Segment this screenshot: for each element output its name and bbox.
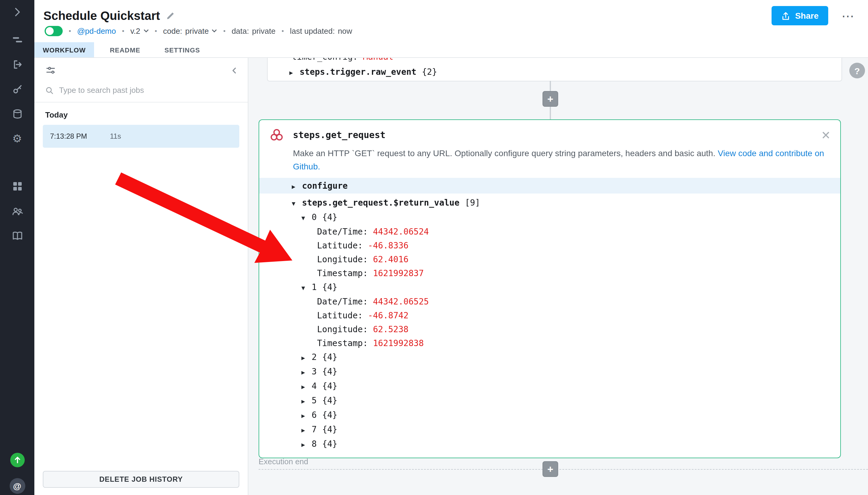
configure-section-row[interactable]: ▶configure bbox=[259, 178, 840, 193]
result-tree: ▼steps.get_request.$return_value[9] ▼0{4… bbox=[269, 196, 831, 451]
triangle-right-icon: ▶ bbox=[301, 365, 312, 379]
tree-item-2[interactable]: ▶2{4} bbox=[292, 350, 831, 365]
database-icon[interactable] bbox=[11, 108, 23, 120]
separator-dot: • bbox=[281, 27, 284, 34]
delete-job-history-button[interactable]: DELETE JOB HISTORY bbox=[43, 471, 239, 488]
main-column: Schedule Quickstart Share ⋯ • @pd-demo • bbox=[34, 0, 868, 495]
help-button[interactable]: ? bbox=[849, 63, 865, 79]
account-link[interactable]: @pd-demo bbox=[77, 26, 116, 35]
field-row: Latitude: -46.8742 bbox=[292, 309, 831, 323]
job-search-row bbox=[34, 82, 248, 102]
tab-workflow[interactable]: WORKFLOW bbox=[34, 42, 94, 57]
field-row: Longitude: 62.4016 bbox=[292, 253, 831, 267]
tab-readme[interactable]: README bbox=[101, 42, 149, 57]
settings-gear-icon[interactable]: ⚙ bbox=[11, 133, 23, 145]
changelog-up-icon[interactable] bbox=[10, 453, 24, 467]
job-time: 7:13:28 PM bbox=[50, 132, 87, 140]
job-duration: 11s bbox=[110, 132, 121, 140]
tree-item-4[interactable]: ▶4{4} bbox=[292, 379, 831, 394]
chevron-right-icon[interactable] bbox=[11, 6, 23, 18]
tree-item-5[interactable]: ▶5{4} bbox=[292, 394, 831, 408]
edit-title-button[interactable] bbox=[166, 11, 176, 20]
field-row: Timestamp: 1621992838 bbox=[292, 337, 831, 350]
run-export-icon[interactable] bbox=[11, 58, 23, 70]
jobs-section-label: Today bbox=[34, 102, 248, 125]
code-visibility-selector[interactable]: code: private bbox=[163, 26, 217, 35]
result-tree-items: ▼0{4}Date/Time: 44342.06524Latitude: -46… bbox=[292, 210, 831, 451]
separator-dot: • bbox=[122, 27, 124, 34]
triangle-right-icon: ▶ bbox=[301, 438, 312, 451]
separator-dot: • bbox=[155, 27, 157, 34]
data-visibility-label: data: private bbox=[231, 26, 276, 35]
tab-settings[interactable]: SETTINGS bbox=[156, 42, 209, 57]
deploy-toggle[interactable] bbox=[45, 25, 63, 36]
triangle-right-icon: ▶ bbox=[301, 423, 312, 437]
step-title: steps.get_request bbox=[293, 130, 821, 140]
community-icon[interactable] bbox=[11, 205, 23, 217]
step-description: Make an HTTP `GET` request to any URL. O… bbox=[293, 147, 831, 173]
pipedream-step-icon bbox=[269, 127, 284, 143]
last-updated-label: last updated: now bbox=[290, 26, 352, 35]
tree-item-6[interactable]: ▶6{4} bbox=[292, 408, 831, 423]
share-icon bbox=[781, 11, 790, 20]
chevron-down-icon bbox=[143, 29, 149, 33]
trigger-step-card: timer_config: Manual ▶steps.trigger.raw_… bbox=[267, 58, 842, 81]
tab-bar: WORKFLOW README SETTINGS bbox=[34, 42, 868, 58]
filter-jobs-icon[interactable] bbox=[45, 65, 56, 76]
tree-item-3[interactable]: ▶3{4} bbox=[292, 365, 831, 379]
jobs-panel: Today 7:13:28 PM 11s DELETE JOB HISTORY bbox=[34, 58, 248, 495]
collapse-panel-icon[interactable] bbox=[231, 67, 238, 74]
execution-end-divider bbox=[259, 469, 868, 470]
add-step-button-end[interactable]: + bbox=[542, 461, 558, 477]
field-row: Date/Time: 44342.06524 bbox=[292, 225, 831, 239]
return-value-row[interactable]: ▼steps.get_request.$return_value[9] bbox=[292, 196, 831, 210]
field-row: Latitude: -46.8336 bbox=[292, 239, 831, 253]
separator-dot: • bbox=[69, 27, 71, 34]
triangle-right-icon: ▶ bbox=[301, 380, 312, 394]
docs-book-icon[interactable] bbox=[11, 230, 23, 242]
tree-item-0[interactable]: ▼0{4} bbox=[292, 210, 831, 225]
field-row: Date/Time: 44342.06525 bbox=[292, 295, 831, 309]
separator-dot: • bbox=[223, 27, 226, 34]
account-at-icon[interactable]: @ bbox=[9, 478, 25, 494]
workflow-canvas: timer_config: Manual ▶steps.trigger.raw_… bbox=[248, 58, 868, 495]
triangle-down-icon: ▼ bbox=[301, 211, 312, 225]
chevron-down-icon bbox=[212, 29, 217, 33]
close-icon[interactable]: ✕ bbox=[821, 129, 831, 141]
execution-end-label: Execution end bbox=[259, 457, 308, 466]
trigger-timer-config-line: timer_config: Manual bbox=[292, 58, 393, 63]
pipedream-pipe-icon[interactable] bbox=[11, 34, 23, 46]
triangle-right-icon: ▶ bbox=[289, 66, 299, 80]
trigger-raw-event-row[interactable]: ▶steps.trigger.raw_event{2} bbox=[289, 65, 437, 80]
job-list-item[interactable]: 7:13:28 PM 11s bbox=[43, 125, 239, 148]
field-row: Timestamp: 1621992837 bbox=[292, 267, 831, 280]
job-search-input[interactable] bbox=[59, 86, 238, 95]
more-options-button[interactable]: ⋯ bbox=[841, 9, 855, 22]
app-window: ⚙ @ Schedule Quickstart bbox=[0, 0, 868, 495]
share-button[interactable]: Share bbox=[771, 6, 828, 25]
tree-item-7[interactable]: ▶7{4} bbox=[292, 423, 831, 437]
tree-item-1[interactable]: ▼1{4} bbox=[292, 280, 831, 295]
field-row: Longitude: 62.5238 bbox=[292, 323, 831, 337]
search-icon bbox=[45, 86, 54, 95]
triangle-down-icon: ▼ bbox=[301, 281, 312, 295]
key-icon[interactable] bbox=[11, 83, 23, 95]
version-selector[interactable]: v.2 bbox=[130, 26, 149, 35]
triangle-right-icon: ▶ bbox=[292, 179, 302, 195]
apps-grid-icon[interactable] bbox=[11, 180, 23, 192]
triangle-right-icon: ▶ bbox=[301, 394, 312, 408]
page-title: Schedule Quickstart bbox=[44, 9, 160, 23]
add-step-button[interactable]: + bbox=[542, 91, 558, 107]
tree-item-8[interactable]: ▶8{4} bbox=[292, 437, 831, 451]
workflow-header: Schedule Quickstart Share ⋯ • @pd-demo • bbox=[34, 0, 868, 58]
get-request-step-card[interactable]: steps.get_request ✕ Make an HTTP `GET` r… bbox=[259, 119, 841, 458]
triangle-down-icon: ▼ bbox=[292, 197, 302, 210]
pencil-icon bbox=[166, 11, 176, 20]
toggle-knob bbox=[46, 27, 54, 35]
app-sidebar: ⚙ @ bbox=[0, 0, 34, 495]
triangle-right-icon: ▶ bbox=[301, 351, 312, 365]
triangle-right-icon: ▶ bbox=[301, 409, 312, 423]
